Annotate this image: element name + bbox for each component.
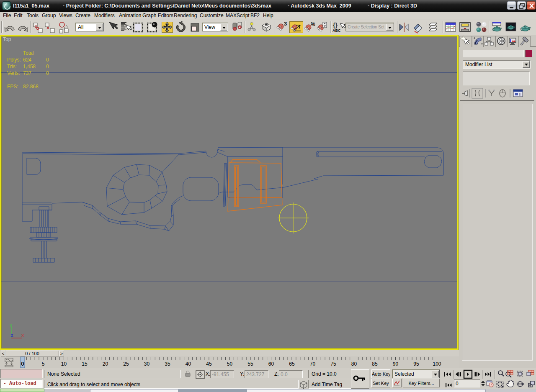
svg-text:95: 95 (413, 361, 419, 367)
svg-text:15: 15 (82, 361, 88, 367)
svg-text:%: % (311, 21, 315, 27)
svg-text:90: 90 (393, 361, 399, 367)
svg-text:3: 3 (284, 20, 287, 27)
svg-text:30: 30 (144, 361, 150, 367)
svg-text:60: 60 (268, 361, 274, 367)
svg-text:35: 35 (165, 361, 170, 367)
svg-text:10: 10 (61, 361, 67, 367)
svg-text:50: 50 (227, 361, 233, 367)
svg-text:25: 25 (123, 361, 129, 367)
svg-text:85: 85 (372, 361, 378, 367)
svg-text:75: 75 (330, 361, 336, 367)
svg-text:ABC: ABC (332, 28, 341, 33)
svg-text:40: 40 (186, 361, 191, 367)
svg-text:z: z (11, 333, 13, 338)
svg-text:70: 70 (310, 361, 316, 367)
svg-text:45: 45 (206, 361, 212, 367)
svg-text:55: 55 (247, 361, 253, 367)
svg-text:65: 65 (289, 361, 295, 367)
svg-text:5: 5 (42, 361, 45, 367)
svg-text:100: 100 (433, 361, 441, 367)
svg-text:80: 80 (351, 361, 357, 367)
svg-text:y: y (10, 322, 13, 327)
svg-text:20: 20 (103, 361, 108, 367)
svg-text:0: 0 (21, 361, 24, 367)
svg-text:{}: {} (333, 22, 338, 28)
svg-text:x: x (21, 333, 24, 338)
